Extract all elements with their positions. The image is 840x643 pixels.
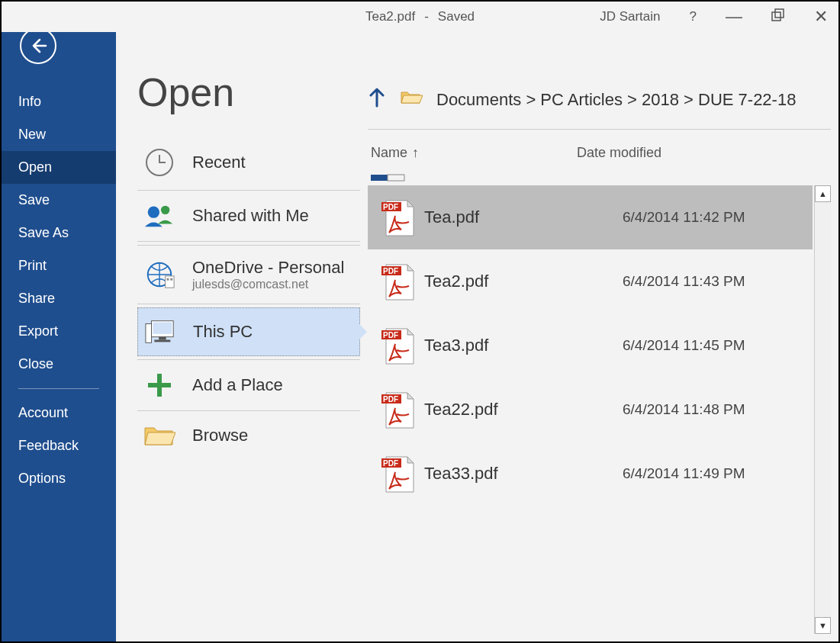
- folder-open-icon: [400, 89, 423, 111]
- column-date[interactable]: Date modified: [577, 145, 823, 161]
- svg-text:PDF: PDF: [383, 331, 398, 339]
- sidebar-item-open[interactable]: Open: [2, 151, 116, 184]
- sidebar-item-feedback[interactable]: Feedback: [2, 429, 116, 462]
- sidebar-item-new[interactable]: New: [2, 118, 116, 151]
- plus-icon: [143, 372, 175, 398]
- file-row[interactable]: PDFTea2.pdf6/4/2014 11:43 PM: [368, 249, 813, 313]
- breadcrumb: Documents > PC Articles > 2018 > DUE 7-2…: [368, 88, 831, 130]
- svg-rect-15: [148, 383, 171, 387]
- file-name: Tea22.pdf: [424, 400, 623, 420]
- file-date: 6/4/2014 11:45 PM: [623, 337, 805, 354]
- file-date: 6/4/2014 11:43 PM: [623, 273, 805, 290]
- folder-icon: [143, 423, 175, 448]
- column-headers: Name ↑ Date modified: [368, 130, 831, 169]
- location-recent[interactable]: Recent: [137, 138, 360, 187]
- up-arrow-icon[interactable]: [368, 88, 386, 112]
- pc-icon: [144, 317, 176, 346]
- svg-rect-0: [772, 12, 780, 21]
- title-filename: Tea2.pdf: [365, 9, 415, 24]
- file-row[interactable]: PDFTea33.pdf6/4/2014 11:49 PM: [368, 442, 813, 506]
- sidebar-item-close[interactable]: Close: [2, 348, 116, 381]
- sort-asc-icon[interactable]: ↑: [412, 145, 419, 161]
- svg-rect-16: [371, 175, 388, 181]
- sidebar-item-share[interactable]: Share: [2, 282, 116, 315]
- onedrive-icon: [143, 259, 175, 290]
- sidebar-item-account[interactable]: Account: [2, 397, 116, 429]
- page-title: Open: [137, 69, 360, 115]
- file-date: 6/4/2014 11:49 PM: [623, 465, 805, 482]
- svg-text:PDF: PDF: [383, 395, 398, 403]
- file-name: Tea33.pdf: [424, 464, 623, 484]
- location-label: Browse: [192, 426, 248, 445]
- sidebar-item-options[interactable]: Options: [2, 462, 116, 495]
- scrollbar[interactable]: ▲ ▼: [814, 185, 831, 634]
- restore-icon[interactable]: [771, 8, 785, 26]
- clock-icon: [143, 147, 175, 178]
- sidebar-item-print[interactable]: Print: [2, 249, 116, 282]
- svg-rect-1: [775, 9, 784, 18]
- location-label: Recent: [192, 153, 246, 172]
- location-label: Add a Place: [192, 375, 283, 395]
- minimize-icon[interactable]: —: [726, 7, 742, 27]
- file-row[interactable]: PDFTea22.pdf6/4/2014 11:48 PM: [368, 378, 813, 442]
- location-addplace[interactable]: Add a Place: [137, 363, 360, 407]
- pdf-icon: PDF: [371, 388, 424, 431]
- pin-icon: [368, 172, 831, 185]
- backstage-sidebar: InfoNewOpenSaveSave AsPrintShareExportCl…: [2, 2, 116, 641]
- people-icon: [143, 203, 175, 229]
- pdf-icon: PDF: [371, 196, 424, 239]
- file-name: Tea3.pdf: [424, 336, 623, 355]
- location-thispc[interactable]: This PC: [137, 307, 360, 356]
- column-name[interactable]: Name: [371, 145, 407, 161]
- back-arrow-icon: [29, 37, 47, 55]
- location-browse[interactable]: Browse: [137, 414, 360, 457]
- file-row[interactable]: PDFTea.pdf6/4/2014 11:42 PM: [368, 185, 813, 249]
- sidebar-divider: [18, 388, 99, 389]
- svg-rect-17: [388, 175, 404, 181]
- svg-rect-12: [154, 340, 170, 342]
- close-icon[interactable]: ✕: [814, 7, 828, 27]
- titlebar: Tea2.pdf - Saved JD Sartain ? — ✕: [2, 2, 838, 32]
- svg-rect-11: [159, 337, 166, 340]
- location-label: This PC: [193, 322, 253, 342]
- svg-text:PDF: PDF: [383, 267, 398, 275]
- svg-rect-13: [146, 324, 152, 343]
- svg-rect-8: [170, 278, 172, 281]
- pdf-icon: PDF: [371, 452, 424, 495]
- location-sublabel: julesds@comcast.net: [192, 278, 344, 291]
- svg-point-4: [161, 206, 169, 214]
- file-name: Tea.pdf: [424, 207, 623, 227]
- svg-text:PDF: PDF: [383, 203, 398, 211]
- file-date: 6/4/2014 11:48 PM: [623, 401, 805, 418]
- back-button[interactable]: [20, 27, 56, 64]
- location-onedrive[interactable]: OneDrive - Personaljulesds@comcast.net: [137, 249, 360, 301]
- pdf-icon: PDF: [371, 260, 424, 303]
- location-shared[interactable]: Shared with Me: [137, 194, 360, 238]
- svg-rect-10: [153, 323, 172, 334]
- file-name: Tea2.pdf: [424, 272, 623, 291]
- pdf-icon: PDF: [371, 324, 424, 367]
- location-label: Shared with Me: [192, 206, 309, 226]
- sidebar-item-save[interactable]: Save: [2, 184, 116, 217]
- file-list: PDFTea.pdf6/4/2014 11:42 PMPDFTea2.pdf6/…: [368, 185, 831, 634]
- location-label: OneDrive - Personal: [192, 258, 344, 278]
- sidebar-item-export[interactable]: Export: [2, 315, 116, 348]
- file-date: 6/4/2014 11:42 PM: [623, 209, 805, 226]
- breadcrumb-path[interactable]: Documents > PC Articles > 2018 > DUE 7-2…: [436, 90, 796, 110]
- help-icon[interactable]: ?: [690, 9, 697, 24]
- scroll-down-button[interactable]: ▼: [815, 617, 831, 634]
- svg-point-3: [148, 207, 159, 218]
- svg-text:PDF: PDF: [383, 459, 398, 468]
- user-name[interactable]: JD Sartain: [600, 9, 660, 24]
- svg-rect-6: [166, 276, 174, 288]
- sidebar-item-save-as[interactable]: Save As: [2, 217, 116, 249]
- file-row[interactable]: PDFTea3.pdf6/4/2014 11:45 PM: [368, 313, 813, 378]
- svg-rect-7: [167, 278, 169, 281]
- title-status: Saved: [438, 9, 475, 24]
- scroll-up-button[interactable]: ▲: [815, 185, 831, 202]
- sidebar-item-info[interactable]: Info: [2, 85, 116, 118]
